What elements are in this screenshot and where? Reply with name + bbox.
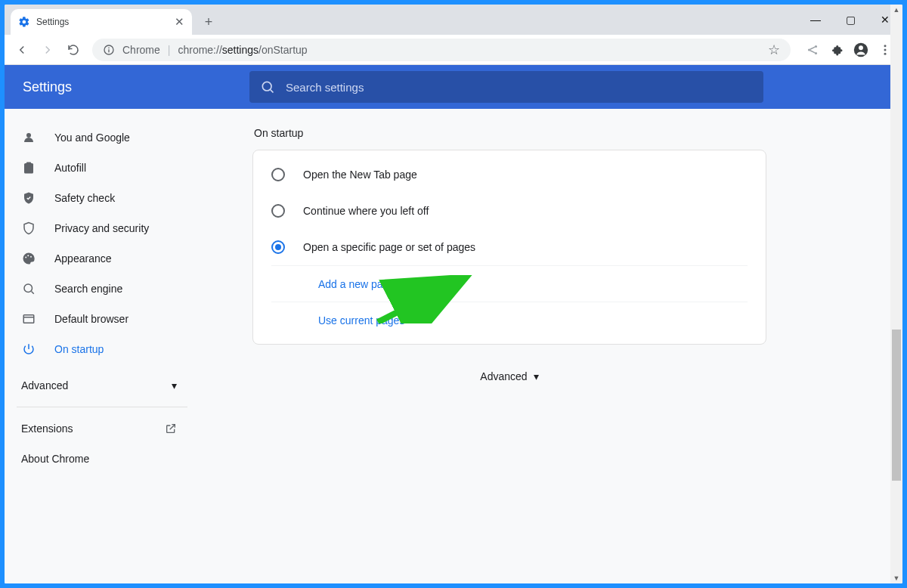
sidebar-item-default-browser[interactable]: Default browser — [5, 304, 200, 334]
tab-title: Settings — [36, 17, 169, 27]
on-startup-card: Open the New Tab page Continue where you… — [252, 150, 766, 345]
svg-point-1 — [108, 47, 110, 48]
extensions-puzzle-icon[interactable] — [825, 39, 848, 61]
radio-specific-pages[interactable]: Open a specific page or set of pages — [253, 229, 766, 265]
sidebar-item-safety-check[interactable]: Safety check — [5, 183, 200, 213]
browser-window-icon — [21, 312, 36, 326]
search-icon — [260, 79, 275, 94]
sidebar-advanced-label: Advanced — [21, 379, 68, 391]
settings-header: Settings — [5, 65, 902, 109]
shield-check-icon — [21, 191, 36, 205]
radio-icon — [271, 168, 285, 181]
sidebar-item-appearance[interactable]: Appearance — [5, 243, 200, 274]
window-maximize-button[interactable]: ▢ — [833, 5, 868, 35]
bookmark-star-icon[interactable]: ☆ — [768, 42, 780, 58]
settings-body: You and Google Autofill Safety check Pri… — [5, 109, 902, 583]
sidebar-item-label: On startup — [54, 343, 104, 355]
back-button[interactable] — [11, 39, 33, 61]
settings-gear-icon — [18, 16, 30, 28]
sidebar-item-label: Default browser — [54, 313, 128, 325]
radio-icon — [271, 240, 285, 254]
svg-point-17 — [24, 284, 33, 292]
person-icon — [21, 131, 36, 144]
radio-continue[interactable]: Continue where you left off — [253, 193, 766, 229]
svg-point-4 — [815, 45, 817, 48]
sidebar-item-label: Safety check — [54, 192, 115, 204]
window-controls: — ▢ ✕ — [798, 5, 902, 35]
sidebar-item-label: Privacy and security — [54, 222, 149, 234]
shield-icon — [21, 221, 36, 235]
browser-tab[interactable]: Settings ✕ — [11, 9, 192, 35]
sidebar-item-label: Search engine — [54, 283, 122, 295]
use-current-pages-link[interactable]: Use current pages — [271, 302, 748, 338]
svg-point-16 — [30, 256, 32, 258]
svg-point-3 — [808, 48, 810, 51]
radio-label: Open the New Tab page — [303, 169, 417, 181]
radio-label: Continue where you left off — [303, 205, 429, 217]
sidebar-item-you-and-google[interactable]: You and Google — [5, 122, 200, 153]
svg-rect-18 — [23, 315, 34, 323]
radio-label: Open a specific page or set of pages — [303, 241, 475, 253]
svg-point-15 — [27, 255, 29, 256]
chevron-down-icon: ▾ — [534, 370, 539, 382]
svg-rect-13 — [26, 162, 31, 165]
chevron-down-icon: ▾ — [172, 379, 177, 391]
svg-point-10 — [884, 52, 887, 54]
url-origin-label: Chrome — [122, 44, 160, 56]
svg-point-12 — [26, 133, 31, 138]
toolbar-extension-icons — [801, 39, 896, 61]
site-info-icon[interactable] — [103, 44, 115, 56]
radio-open-new-tab[interactable]: Open the New Tab page — [253, 156, 766, 193]
sidebar-divider — [17, 407, 187, 407]
sidebar-item-privacy[interactable]: Privacy and security — [5, 213, 200, 243]
share-icon[interactable] — [801, 39, 824, 61]
svg-point-9 — [884, 48, 887, 51]
content-advanced-label: Advanced — [480, 370, 527, 382]
reload-button[interactable] — [62, 39, 85, 61]
sidebar-item-autofill[interactable]: Autofill — [5, 153, 200, 183]
svg-point-11 — [262, 82, 271, 91]
sidebar-item-label: Autofill — [54, 162, 86, 174]
tab-close-icon[interactable]: ✕ — [175, 15, 184, 29]
new-tab-button[interactable]: + — [198, 11, 219, 32]
settings-search[interactable] — [249, 71, 763, 103]
settings-sidebar: You and Google Autofill Safety check Pri… — [5, 109, 200, 583]
url-separator: | — [168, 44, 171, 56]
settings-content: On startup Open the New Tab page Continu… — [200, 109, 902, 583]
add-new-page-link[interactable]: Add a new page — [271, 265, 748, 302]
profile-avatar-icon[interactable] — [850, 39, 872, 61]
sidebar-item-label: You and Google — [54, 132, 130, 144]
clipboard-icon — [21, 161, 36, 175]
sidebar-advanced-toggle[interactable]: Advanced ▾ — [5, 370, 200, 401]
sidebar-item-label: Appearance — [54, 252, 112, 265]
palette-icon — [21, 252, 36, 265]
open-external-icon — [165, 422, 177, 435]
sidebar-extensions-label: Extensions — [21, 422, 73, 435]
section-title: On startup — [254, 127, 865, 139]
sidebar-about-label: About Chrome — [21, 453, 89, 465]
radio-icon — [271, 204, 285, 218]
sidebar-item-on-startup[interactable]: On startup — [5, 334, 200, 364]
scroll-down-arrow-icon[interactable]: ▼ — [890, 574, 902, 582]
browser-toolbar: Chrome | chrome://settings/onStartup ☆ — [5, 35, 902, 65]
svg-point-5 — [815, 52, 817, 54]
settings-search-input[interactable] — [286, 81, 753, 94]
content-advanced-toggle[interactable]: Advanced ▾ — [252, 370, 766, 382]
vertical-scrollbar[interactable]: ▲ ▼ — [890, 109, 902, 583]
svg-point-8 — [884, 45, 887, 47]
forward-button[interactable] — [36, 39, 59, 61]
window-minimize-button[interactable]: — — [798, 5, 833, 35]
scrollbar-thumb[interactable] — [892, 330, 901, 481]
sidebar-about-link[interactable]: About Chrome — [5, 444, 200, 474]
svg-rect-2 — [108, 49, 109, 52]
browser-window: Settings ✕ + — ▢ ✕ Chrome | chrome://se — [5, 5, 902, 583]
sidebar-extensions-link[interactable]: Extensions — [5, 413, 200, 444]
svg-point-14 — [25, 257, 26, 258]
sidebar-item-search-engine[interactable]: Search engine — [5, 274, 200, 304]
url-text: chrome://settings/onStartup — [178, 44, 307, 56]
svg-point-7 — [859, 45, 863, 50]
power-icon — [21, 342, 36, 356]
address-bar[interactable]: Chrome | chrome://settings/onStartup ☆ — [92, 39, 791, 61]
titlebar: Settings ✕ + — ▢ ✕ — [5, 5, 902, 35]
search-icon — [21, 282, 36, 296]
